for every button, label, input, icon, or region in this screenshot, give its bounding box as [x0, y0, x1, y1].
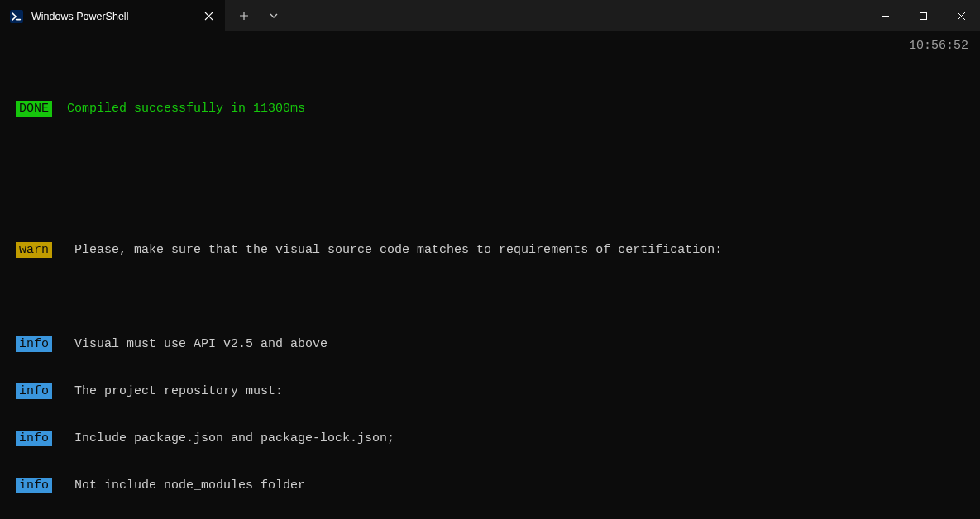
new-tab-button[interactable] [230, 0, 258, 31]
tab-dropdown-button[interactable] [260, 0, 288, 31]
tab-close-button[interactable] [202, 10, 215, 23]
warn-message: Please, make sure that the visual source… [74, 243, 722, 257]
tab-title: Windows PowerShell [31, 11, 194, 22]
window-controls [866, 0, 980, 31]
terminal-output[interactable]: 10:56:52 DONE Compiled successfully in 1… [0, 31, 980, 519]
timestamp: 10:56:52 [909, 38, 968, 54]
tab-actions [225, 0, 288, 31]
output-line: info Include package.json and package-lo… [8, 431, 972, 446]
output-line: info Not include node_modules folder [8, 478, 972, 493]
maximize-button[interactable] [904, 0, 942, 31]
minimize-button[interactable] [866, 0, 904, 31]
info-badge: info [16, 431, 52, 446]
svg-rect-3 [920, 12, 926, 19]
done-badge: DONE [16, 101, 52, 117]
close-button[interactable] [942, 0, 980, 31]
output-line: info Visual must use API v2.5 and above [8, 336, 972, 352]
powershell-icon [10, 10, 23, 23]
compiled-message: Compiled successfully in 11300ms [67, 102, 305, 116]
output-line: DONE Compiled successfully in 11300ms [8, 101, 972, 117]
info-badge: info [16, 478, 52, 493]
title-drag-area[interactable] [288, 0, 866, 31]
info-badge: info [16, 383, 52, 399]
info-badge: info [16, 336, 52, 352]
output-line: info The project repository must: [8, 383, 972, 399]
active-tab[interactable]: Windows PowerShell [0, 0, 225, 31]
warn-badge: warn [16, 242, 52, 258]
title-bar: Windows PowerShell [0, 0, 980, 31]
output-line: warn Please, make sure that the visual s… [8, 242, 972, 258]
